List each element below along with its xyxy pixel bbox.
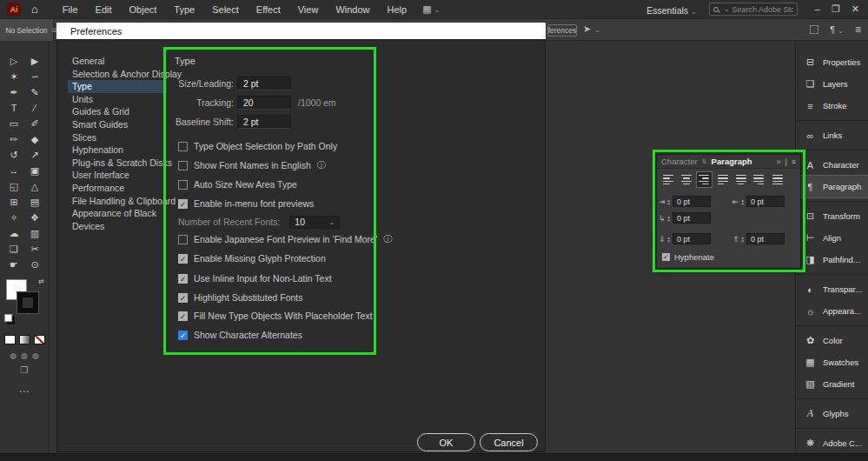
justify-all-button[interactable] [770, 172, 785, 187]
dock-button-properties[interactable]: ⊟Properties [796, 51, 868, 73]
shape-builder-tool[interactable]: ◱ [3, 178, 24, 194]
dock-button-character[interactable]: ACharacter [796, 154, 868, 176]
free-transform-tool[interactable]: ▣ [24, 163, 45, 178]
menu-file[interactable]: File [54, 4, 87, 15]
collapse-panel-icon[interactable]: » [776, 157, 780, 166]
fill-new-type-objects-with-placeholder-text-checkbox[interactable]: ✓ [178, 311, 188, 321]
hyphenate-checkbox[interactable]: ✓ [662, 253, 670, 261]
prefs-category-appearance-of-black[interactable]: Appearance of Black [68, 207, 167, 220]
right-indent-stepper[interactable]: ▴▾ [742, 198, 745, 205]
blend-tool[interactable]: ❖ [24, 210, 45, 225]
color-button[interactable] [4, 335, 16, 344]
stroke-color-swatch[interactable] [17, 292, 38, 313]
magic-wand-tool[interactable]: ✶ [3, 69, 24, 84]
lasso-tool[interactable]: ∽ [24, 69, 45, 84]
mesh-tool[interactable]: ⊞ [3, 194, 24, 210]
close-button[interactable]: ✕ [851, 4, 859, 14]
show-character-alternates-checkbox[interactable]: ✓ [178, 331, 188, 340]
left-indent-input[interactable]: 0 pt [673, 196, 711, 207]
prefs-category-slices[interactable]: Slices [68, 131, 167, 144]
justify-center-button[interactable] [733, 172, 748, 187]
gradient-tool[interactable]: ▤ [24, 194, 45, 210]
menu-type[interactable]: Type [165, 4, 203, 15]
edit-toolbar-button[interactable]: ⋯ [0, 385, 49, 398]
space-before-input[interactable]: 0 pt [673, 233, 711, 244]
symbol-sprayer-tool[interactable]: ☁ [3, 225, 24, 241]
arrange-documents-icon[interactable]: ▦⌄ [422, 3, 440, 15]
restore-button[interactable]: ❐ [832, 4, 840, 14]
slice-tool[interactable]: ✂ [24, 241, 45, 257]
prefs-category-general[interactable]: General [68, 55, 167, 68]
menu-select[interactable]: Select [203, 4, 248, 15]
space-after-input[interactable]: 0 pt [746, 233, 785, 244]
dock-button-swatches[interactable]: ▦Swatches [796, 351, 868, 373]
dock-button-layers[interactable]: ❏Layers [796, 73, 868, 95]
menu-object[interactable]: Object [121, 4, 166, 15]
align-center-button[interactable] [679, 172, 693, 187]
curvature-tool[interactable]: ✎ [24, 84, 45, 100]
artboard-tool[interactable]: ❏ [3, 241, 24, 257]
first-line-indent-stepper[interactable]: ▴▾ [668, 215, 671, 222]
drawing-mode-icon-2[interactable]: ◍ [21, 351, 28, 360]
align-right-button[interactable] [697, 172, 712, 187]
screen-mode-icon[interactable]: ❒ [0, 365, 49, 375]
panel-menu-icon[interactable]: ≡ [792, 157, 796, 166]
perspective-grid-tool[interactable]: △ [24, 178, 45, 194]
minimize-button[interactable]: – [815, 4, 820, 14]
line-segment-tool[interactable]: ⁄ [24, 100, 45, 116]
menu-window[interactable]: Window [327, 4, 378, 15]
prefs-category-user-interface[interactable]: User Interface [68, 169, 167, 182]
eraser-tool[interactable]: ◆ [24, 131, 45, 147]
baseline-shift-input[interactable]: 2 pt [237, 115, 291, 129]
prefs-category-devices[interactable]: Devices [68, 220, 167, 233]
type-tool[interactable]: T [3, 100, 24, 116]
search-input[interactable]: ⌄ Search Adobe Stock [709, 3, 798, 16]
first-line-indent-input[interactable]: 0 pt [673, 212, 711, 224]
drawing-mode-icon-3[interactable]: ◍ [32, 351, 39, 360]
dock-button-stroke[interactable]: ≡Stroke [796, 95, 868, 117]
transform-box-icon[interactable] [810, 25, 818, 34]
dock-button-paragraph[interactable]: ¶Paragraph [796, 176, 868, 197]
cancel-button[interactable]: Cancel [480, 433, 538, 451]
tab-paragraph[interactable]: Paragraph [712, 157, 752, 166]
preferences-button-occluded[interactable]: ferences [547, 24, 577, 37]
rotate-tool[interactable]: ↺ [3, 147, 24, 163]
eyedropper-tool[interactable]: ✧ [3, 210, 24, 225]
home-icon[interactable]: ⌂ [31, 3, 38, 15]
auto-size-new-area-type-checkbox[interactable] [178, 180, 188, 190]
app-logo-icon[interactable]: Ai [7, 3, 21, 17]
enable-missing-glyph-protection-checkbox[interactable]: ✓ [178, 254, 188, 264]
menu-effect[interactable]: Effect [248, 4, 289, 15]
prefs-category-performance[interactable]: Performance [68, 182, 167, 195]
isolate-selected-object-icon[interactable]: ➤⌄ [583, 23, 600, 35]
show-font-names-in-english-checkbox[interactable] [178, 161, 188, 170]
justify-right-button[interactable] [752, 172, 766, 187]
prefs-category-hyphenation[interactable]: Hyphenation [68, 144, 167, 157]
type-object-selection-by-path-only-checkbox[interactable] [178, 142, 188, 151]
space-before-stepper[interactable]: ▴▾ [668, 236, 671, 243]
default-fill-stroke-icon[interactable] [4, 314, 12, 322]
info-icon[interactable]: ⓘ [383, 233, 392, 245]
dock-button-transform[interactable]: ⊡Transform [796, 205, 868, 227]
shaper-tool[interactable]: ✏ [3, 131, 24, 147]
workspace-switcher[interactable]: Essentials⌄ [646, 2, 697, 17]
scale-tool[interactable]: ↗ [24, 147, 45, 163]
tracking-input[interactable]: 20 [237, 96, 291, 110]
zoom-tool[interactable]: ⊙ [24, 257, 45, 272]
preferences-titlebar[interactable]: Preferences [56, 23, 546, 39]
none-button[interactable] [34, 335, 45, 344]
info-icon[interactable]: ⓘ [317, 159, 326, 171]
selection-tool[interactable]: ▶ [24, 53, 45, 69]
gradient-button[interactable] [19, 335, 30, 344]
panel-menu-icon[interactable]: ≡ [855, 23, 861, 36]
tab-character[interactable]: Character [661, 157, 698, 166]
direct-selection-tool[interactable]: ▷ [3, 53, 24, 69]
rectangle-tool[interactable]: ▭ [3, 116, 24, 131]
ok-button[interactable]: OK [417, 433, 475, 451]
space-after-stepper[interactable]: ▴▾ [742, 236, 745, 243]
align-left-button[interactable] [660, 172, 675, 187]
menu-view[interactable]: View [289, 4, 328, 15]
recent-fonts-dropdown[interactable]: 10⌄ [289, 216, 340, 229]
menu-help[interactable]: Help [379, 4, 416, 15]
dock-button-gradient[interactable]: ▧Gradient [796, 373, 868, 395]
